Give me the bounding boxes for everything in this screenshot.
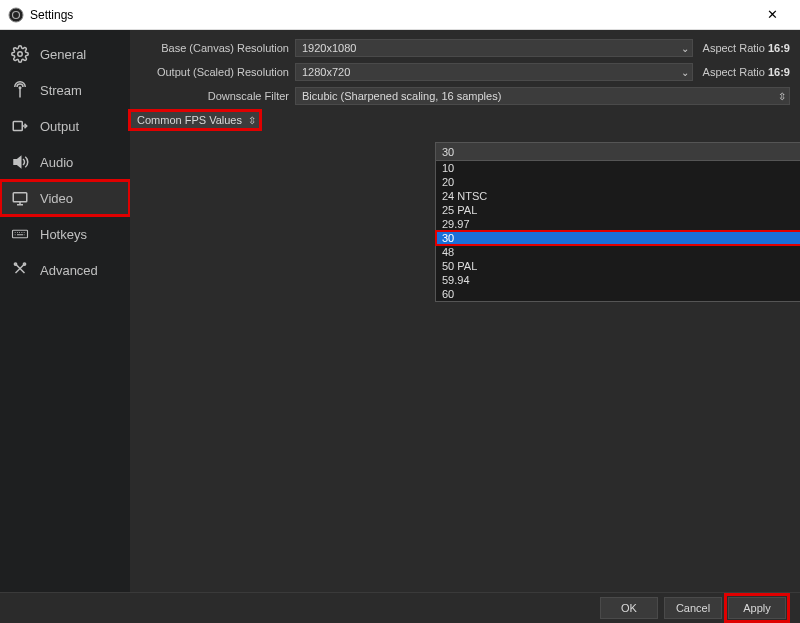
output-resolution-label: Output (Scaled) Resolution: [130, 66, 295, 78]
sidebar-item-output[interactable]: Output: [0, 108, 130, 144]
sidebar-item-label: Output: [40, 119, 79, 134]
base-resolution-combo[interactable]: 1920x1080 ⌄: [295, 39, 693, 57]
settings-window: Settings ✕ General Stream Output Audio: [0, 0, 800, 623]
svg-rect-5: [13, 193, 27, 202]
downscale-filter-combo[interactable]: Bicubic (Sharpened scaling, 16 samples) …: [295, 87, 790, 105]
sidebar-item-label: Video: [40, 191, 73, 206]
svg-rect-6: [13, 230, 28, 238]
sidebar-item-stream[interactable]: Stream: [0, 72, 130, 108]
fps-option[interactable]: 29.97: [436, 217, 800, 231]
main-panel: Base (Canvas) Resolution 1920x1080 ⌄ Asp…: [130, 30, 800, 592]
fps-option[interactable]: 48: [436, 245, 800, 259]
row-fps: Common FPS Values ⇳: [130, 110, 790, 130]
gear-icon: [10, 44, 30, 64]
base-resolution-label: Base (Canvas) Resolution: [130, 42, 295, 54]
spin-icon: ⇳: [778, 91, 786, 102]
output-resolution-combo[interactable]: 1280x720 ⌄: [295, 63, 693, 81]
close-button[interactable]: ✕: [752, 7, 792, 22]
cancel-button[interactable]: Cancel: [664, 597, 722, 619]
obs-icon: [8, 7, 24, 23]
spin-icon: ⇳: [248, 115, 256, 126]
keyboard-icon: [10, 224, 30, 244]
fps-option[interactable]: 20: [436, 175, 800, 189]
speaker-icon: [10, 152, 30, 172]
downscale-filter-label: Downscale Filter: [130, 90, 295, 102]
svg-point-2: [18, 52, 23, 57]
sidebar-item-label: General: [40, 47, 86, 62]
fps-option[interactable]: 50 PAL: [436, 259, 800, 273]
svg-rect-4: [13, 122, 22, 131]
combo-value: 1280x720: [302, 66, 350, 78]
row-base-resolution: Base (Canvas) Resolution 1920x1080 ⌄ Asp…: [130, 38, 790, 58]
chevron-down-icon: ⌄: [681, 67, 689, 78]
fps-option[interactable]: 59.94: [436, 273, 800, 287]
combo-value: 1920x1080: [302, 42, 356, 54]
sidebar-item-advanced[interactable]: Advanced: [0, 252, 130, 288]
footer: OK Cancel Apply: [0, 592, 800, 623]
sidebar-item-hotkeys[interactable]: Hotkeys: [0, 216, 130, 252]
fps-option[interactable]: 60: [436, 287, 800, 301]
row-output-resolution: Output (Scaled) Resolution 1280x720 ⌄ As…: [130, 62, 790, 82]
sidebar-item-label: Hotkeys: [40, 227, 87, 242]
sidebar-item-video[interactable]: Video: [0, 180, 130, 216]
sidebar-item-label: Audio: [40, 155, 73, 170]
titlebar: Settings ✕: [0, 0, 800, 30]
row-downscale-filter: Downscale Filter Bicubic (Sharpened scal…: [130, 86, 790, 106]
window-title: Settings: [30, 8, 752, 22]
fps-current-value[interactable]: 30 ⇳: [436, 143, 800, 161]
fps-dropdown[interactable]: 30 ⇳ 10 20 24 NTSC 25 PAL 29.97 30 48 50…: [435, 142, 800, 302]
fps-mode-selector[interactable]: Common FPS Values ⇳: [130, 111, 260, 129]
fps-option[interactable]: 10: [436, 161, 800, 175]
svg-point-3: [19, 87, 21, 89]
fps-mode-label: Common FPS Values: [137, 114, 242, 126]
chevron-down-icon: ⌄: [681, 43, 689, 54]
fps-option-selected[interactable]: 30: [436, 231, 800, 245]
apply-button[interactable]: Apply: [728, 597, 786, 619]
output-icon: [10, 116, 30, 136]
sidebar-item-general[interactable]: General: [0, 36, 130, 72]
fps-option[interactable]: 24 NTSC: [436, 189, 800, 203]
sidebar: General Stream Output Audio Video Hotkey…: [0, 30, 130, 592]
output-aspect-ratio: Aspect Ratio 16:9: [695, 66, 790, 78]
body: General Stream Output Audio Video Hotkey…: [0, 30, 800, 592]
combo-value: Bicubic (Sharpened scaling, 16 samples): [302, 90, 501, 102]
monitor-icon: [10, 188, 30, 208]
antenna-icon: [10, 80, 30, 100]
ok-button[interactable]: OK: [600, 597, 658, 619]
tools-icon: [10, 260, 30, 280]
sidebar-item-label: Advanced: [40, 263, 98, 278]
fps-option[interactable]: 25 PAL: [436, 203, 800, 217]
sidebar-item-audio[interactable]: Audio: [0, 144, 130, 180]
base-aspect-ratio: Aspect Ratio 16:9: [695, 42, 790, 54]
svg-point-0: [9, 8, 23, 22]
sidebar-item-label: Stream: [40, 83, 82, 98]
